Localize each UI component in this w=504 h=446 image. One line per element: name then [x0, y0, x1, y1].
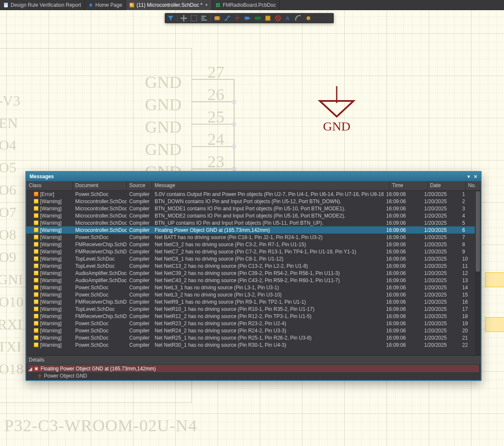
tab-schematic[interactable]: (11) Microcontroller.SchDoc * ▼ [126, 0, 212, 10]
svg-rect-1 [5, 3, 7, 4]
pin-wire [192, 79, 234, 80]
row-time: 16:09:06 [384, 313, 422, 319]
row-message: Net NetC7_2 has no driving source (Pin C… [152, 249, 384, 255]
row-source: Compiler [127, 249, 152, 255]
offscreen-netlabel [485, 317, 504, 332]
scrollbar-thumb[interactable] [476, 191, 480, 272]
header-document[interactable]: Document [73, 181, 127, 190]
row-document: FMReceiverChip.SchDoc [73, 242, 127, 247]
panel-dropdown-icon[interactable]: ▼ [466, 174, 471, 179]
message-row[interactable]: [Warning]Power.SchDocCompilerNet NetR23_… [26, 320, 475, 327]
row-date: 1/20/2025 [422, 234, 460, 240]
svg-point-27 [308, 17, 309, 19]
svg-rect-17 [214, 17, 215, 18]
message-row[interactable]: [Warning]FMReceiverChip.SchDocCompilerNe… [26, 298, 475, 305]
message-row[interactable]: [Error]Power.SchDocCompiler5.0V contains… [26, 190, 475, 198]
place-text-icon[interactable]: A [284, 14, 292, 22]
align-icon[interactable] [200, 14, 208, 22]
message-row[interactable]: [Warning]TopLevel.SchDocCompilerNet NetC… [26, 255, 475, 262]
place-noerc-icon[interactable] [274, 14, 282, 22]
move-icon[interactable] [180, 14, 188, 22]
pcb-icon [215, 3, 221, 8]
tab-pcb[interactable]: FMRadioBoard.PcbDoc [212, 0, 280, 10]
message-row[interactable]: [Warning]Power.SchDocCompilerNet NetR24_… [26, 327, 475, 334]
message-row[interactable]: [Warning]Power.SchDocCompilerNet NetR30_… [26, 341, 475, 348]
row-source: Compiler [127, 263, 152, 269]
tab-home[interactable]: Home Page [85, 0, 126, 10]
scrollbar[interactable] [475, 190, 481, 355]
message-row[interactable]: [Warning]TopLevel.SchDocCompilerNet NetC… [26, 262, 475, 269]
tab-dropdown-icon[interactable]: ▼ [204, 3, 208, 7]
row-time: 16:09:06 [384, 206, 422, 212]
row-time: 16:09:06 [384, 335, 422, 341]
svg-rect-2 [5, 4, 7, 5]
schematic-icon [129, 3, 134, 8]
warning-icon [34, 256, 38, 261]
place-netlabel-icon[interactable] [254, 14, 262, 22]
warning-icon [34, 271, 38, 275]
message-row[interactable]: [Warning]Microcontroller.SchDocCompilerB… [26, 212, 475, 219]
message-row[interactable]: [Warning]Power.SchDocCompilerNet NetL3_1… [26, 284, 475, 291]
row-message: BTN_DOWN contains IO Pin and Input Port … [152, 199, 384, 204]
details-object-row[interactable]: Power Object GND [28, 372, 479, 379]
row-no: 2 [460, 199, 475, 204]
message-row[interactable]: [Warning]Microcontroller.SchDocCompilerB… [26, 198, 475, 205]
tab-verification-report[interactable]: Design Rule Verification Report [0, 0, 85, 10]
tree-collapse-icon[interactable]: ◢ [28, 366, 32, 372]
header-message[interactable]: Message [152, 181, 390, 190]
message-row[interactable]: [Warning]AudioAmplifier.SchDocCompilerNe… [26, 277, 475, 284]
details-header[interactable]: Details [26, 356, 481, 364]
row-source: Compiler [127, 242, 152, 247]
message-row[interactable]: [Warning]Microcontroller.SchDocCompilerF… [26, 226, 475, 234]
message-row[interactable]: [Warning]AudioAmplifier.SchDocCompilerNe… [26, 269, 475, 277]
place-gnd-icon[interactable] [234, 14, 241, 22]
panel-close-icon[interactable]: ✕ [474, 174, 477, 179]
place-probe-icon[interactable] [305, 14, 312, 22]
pin-name: GND [145, 139, 182, 159]
place-port-icon[interactable] [244, 14, 251, 22]
place-wire-icon[interactable] [223, 14, 231, 22]
header-source[interactable]: Source [127, 181, 152, 190]
row-time: 16:09:06 [384, 292, 422, 298]
row-source: Compiler [127, 270, 152, 276]
header-date[interactable]: Date [428, 181, 466, 190]
details-error-row[interactable]: ◢ Floating Power Object GND at (165.73mm… [28, 365, 479, 372]
message-row[interactable]: [Warning]FMReceiverChip.SchDocCompilerNe… [26, 313, 475, 320]
message-row[interactable]: [Warning]Power.SchDocCompilerNet BATT ha… [26, 234, 475, 241]
place-arc-icon[interactable] [294, 14, 302, 22]
message-row[interactable]: [Warning]Microcontroller.SchDocCompilerB… [26, 205, 475, 212]
row-time: 16:09:06 [384, 256, 422, 262]
row-date: 1/20/2025 [422, 342, 460, 348]
row-class: [Warning] [40, 321, 62, 326]
filter-icon[interactable] [167, 14, 174, 22]
row-class: [Warning] [40, 299, 62, 305]
header-no[interactable]: No. [466, 181, 481, 190]
message-row[interactable]: [Warning]Microcontroller.SchDocCompilerB… [26, 219, 475, 226]
header-class[interactable]: Class [26, 181, 73, 190]
message-row[interactable]: [Warning]FMReceiverChip.SchDocCompilerNe… [26, 241, 475, 248]
svg-point-9 [219, 3, 220, 4]
message-row[interactable]: [Warning]TopLevel.SchDocCompilerNet NetR… [26, 305, 475, 313]
svg-rect-5 [131, 3, 132, 5]
power-object-gnd[interactable]: GND [320, 86, 354, 141]
row-date: 1/20/2025 [422, 206, 460, 212]
selection-icon[interactable] [190, 14, 198, 22]
warning-icon [34, 199, 38, 204]
row-document: Power.SchDoc [73, 321, 127, 326]
row-message: Net NetR10_1 has no driving source (Pin … [152, 306, 384, 312]
header-time[interactable]: Time [390, 181, 428, 190]
row-message: Net NetR9_1 has no driving source (Pin R… [152, 299, 384, 305]
svg-rect-20 [220, 19, 221, 19]
message-row[interactable]: [Warning]Power.SchDocCompilerNet NetL3_2… [26, 291, 475, 298]
row-time: 16:09:06 [384, 191, 422, 197]
gnd-label: GND [323, 119, 351, 133]
row-message: Net NetR25_1 has no driving source (Pin … [152, 335, 384, 341]
svg-rect-22 [255, 17, 261, 20]
place-part-icon[interactable] [213, 14, 221, 22]
place-sheet-icon[interactable] [264, 14, 272, 22]
row-time: 16:09:06 [384, 242, 422, 247]
message-row[interactable]: [Warning]Power.SchDocCompilerNet NetR25_… [26, 334, 475, 341]
row-source: Compiler [127, 234, 152, 240]
message-row[interactable]: [Warning]FMReceiverChip.SchDocCompilerNe… [26, 248, 475, 255]
messages-titlebar[interactable]: Messages ▼ ✕ [26, 172, 481, 181]
